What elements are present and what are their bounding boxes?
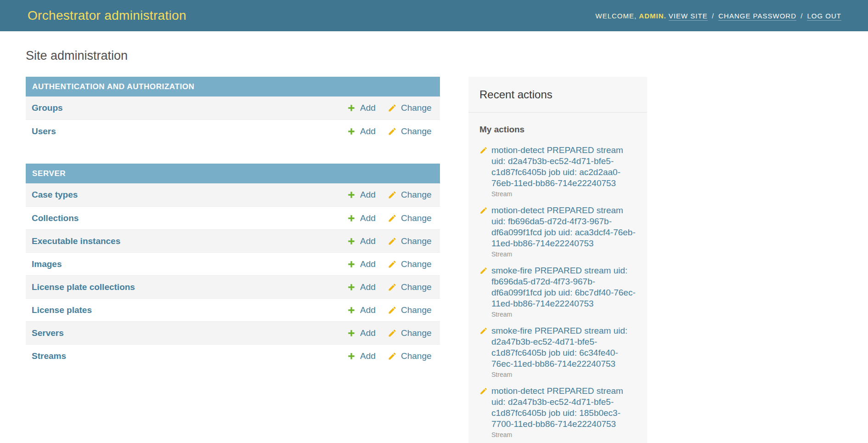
pencil-icon: [388, 329, 397, 338]
add-images-button[interactable]: Add: [347, 259, 388, 269]
plus-icon: [347, 260, 356, 269]
plus-icon: [347, 103, 356, 113]
model-link-streams[interactable]: Streams: [32, 351, 66, 361]
page-title: Site administration: [26, 48, 868, 63]
user-tools: WELCOME, ADMIN. VIEW SITE / CHANGE PASSW…: [596, 12, 842, 20]
change-streams-button[interactable]: Change: [388, 351, 429, 361]
add-label: Add: [360, 259, 376, 269]
recent-action-link[interactable]: motion-detect PREPARED stream uid: fb696…: [491, 205, 636, 249]
user-tools-separator: /: [800, 12, 803, 20]
recent-action-type: Stream: [491, 311, 636, 318]
add-label: Add: [360, 328, 376, 338]
change-images-button[interactable]: Change: [388, 259, 429, 269]
add-license-plates-button[interactable]: Add: [347, 305, 388, 315]
model-link-users[interactable]: Users: [32, 126, 56, 136]
plus-icon: [347, 127, 356, 136]
pencil-icon: [479, 387, 488, 395]
model-link-collections[interactable]: Collections: [32, 213, 79, 223]
add-label: Add: [360, 305, 376, 315]
change-collections-button[interactable]: Change: [388, 213, 429, 223]
add-groups-button[interactable]: Add: [347, 103, 388, 113]
model-link-servers[interactable]: Servers: [32, 328, 64, 338]
add-case-types-button[interactable]: Add: [347, 190, 388, 200]
add-executable-instances-button[interactable]: Add: [347, 236, 388, 246]
add-collections-button[interactable]: Add: [347, 213, 388, 223]
pencil-icon: [388, 190, 397, 199]
change-label: Change: [401, 103, 432, 113]
table-row-images: Images Add Change: [26, 252, 440, 275]
change-label: Change: [401, 282, 432, 292]
pencil-icon: [388, 103, 397, 113]
view-site-link[interactable]: VIEW SITE: [669, 12, 708, 21]
table-row-case-types: Case types Add Change: [26, 183, 440, 206]
pencil-icon: [388, 260, 397, 269]
add-label: Add: [360, 126, 376, 136]
table-row-license-plates: License plates Add Change: [26, 298, 440, 321]
app-header: Orchestrator administration WELCOME, ADM…: [0, 0, 868, 31]
model-link-case-types[interactable]: Case types: [32, 190, 78, 200]
my-actions-heading: My actions: [479, 125, 636, 135]
recent-action-item: smoke-fire PREPARED stream uid: d2a47b3b…: [479, 325, 636, 378]
change-license-plates-button[interactable]: Change: [388, 305, 429, 315]
recent-action-link[interactable]: motion-detect PREPARED stream uid: d2a47…: [491, 145, 636, 189]
change-label: Change: [401, 259, 432, 269]
change-label: Change: [401, 126, 432, 136]
recent-action-type: Stream: [491, 250, 636, 258]
pencil-icon: [388, 352, 397, 361]
change-password-link[interactable]: CHANGE PASSWORD: [718, 12, 796, 21]
table-row-collections: Collections Add Change: [26, 206, 440, 229]
table-row-license-plate-collections: License plate collections Add Change: [26, 275, 440, 298]
model-link-license-plate-collections[interactable]: License plate collections: [32, 282, 135, 292]
table-row-groups: Groups Add Change: [26, 97, 440, 119]
pencil-icon: [479, 327, 488, 335]
pencil-icon: [388, 214, 397, 223]
add-label: Add: [360, 190, 376, 200]
add-label: Add: [360, 282, 376, 292]
add-license-plate-collections-button[interactable]: Add: [347, 282, 388, 292]
change-users-button[interactable]: Change: [388, 126, 429, 136]
model-link-images[interactable]: Images: [32, 259, 62, 269]
pencil-icon: [388, 237, 397, 246]
module-authentication: AUTHENTICATION AND AUTHORIZATION Groups …: [26, 77, 440, 142]
change-label: Change: [401, 213, 432, 223]
recent-action-link[interactable]: smoke-fire PREPARED stream uid: fb696da5…: [491, 265, 636, 309]
pencil-icon: [479, 267, 488, 275]
plus-icon: [347, 329, 356, 338]
recent-actions-title: Recent actions: [468, 77, 647, 113]
change-executable-instances-button[interactable]: Change: [388, 236, 429, 246]
model-link-groups[interactable]: Groups: [32, 103, 63, 113]
recent-actions-panel: Recent actions My actions motion-detect …: [468, 77, 647, 443]
change-groups-button[interactable]: Change: [388, 103, 429, 113]
add-users-button[interactable]: Add: [347, 126, 388, 136]
model-link-license-plates[interactable]: License plates: [32, 305, 92, 315]
add-label: Add: [360, 213, 376, 223]
table-row-executable-instances: Executable instances Add Change: [26, 229, 440, 252]
pencil-icon: [388, 127, 397, 136]
change-label: Change: [401, 328, 432, 338]
plus-icon: [347, 237, 356, 246]
app-list: AUTHENTICATION AND AUTHORIZATION Groups …: [26, 77, 440, 388]
module-server: SERVER Case types Add Change: [26, 164, 440, 367]
add-label: Add: [360, 236, 376, 246]
plus-icon: [347, 352, 356, 361]
recent-action-link[interactable]: smoke-fire PREPARED stream uid: d2a47b3b…: [491, 325, 636, 369]
recent-action-type: Stream: [491, 431, 636, 438]
module-caption-server[interactable]: SERVER: [26, 164, 440, 183]
model-link-executable-instances[interactable]: Executable instances: [32, 236, 120, 246]
add-label: Add: [360, 351, 376, 361]
change-label: Change: [401, 351, 432, 361]
plus-icon: [347, 306, 356, 315]
pencil-icon: [388, 283, 397, 292]
add-streams-button[interactable]: Add: [347, 351, 388, 361]
table-row-servers: Servers Add Change: [26, 321, 440, 344]
change-label: Change: [401, 190, 432, 200]
change-license-plate-collections-button[interactable]: Change: [388, 282, 429, 292]
change-case-types-button[interactable]: Change: [388, 190, 429, 200]
recent-action-link[interactable]: motion-detect PREPARED stream uid: d2a47…: [491, 386, 636, 430]
change-servers-button[interactable]: Change: [388, 328, 429, 338]
add-servers-button[interactable]: Add: [347, 328, 388, 338]
user-tools-separator: /: [712, 12, 714, 20]
logout-link[interactable]: LOG OUT: [807, 12, 841, 21]
module-caption-authentication[interactable]: AUTHENTICATION AND AUTHORIZATION: [26, 77, 440, 97]
site-title-link[interactable]: Orchestrator administration: [28, 8, 186, 23]
